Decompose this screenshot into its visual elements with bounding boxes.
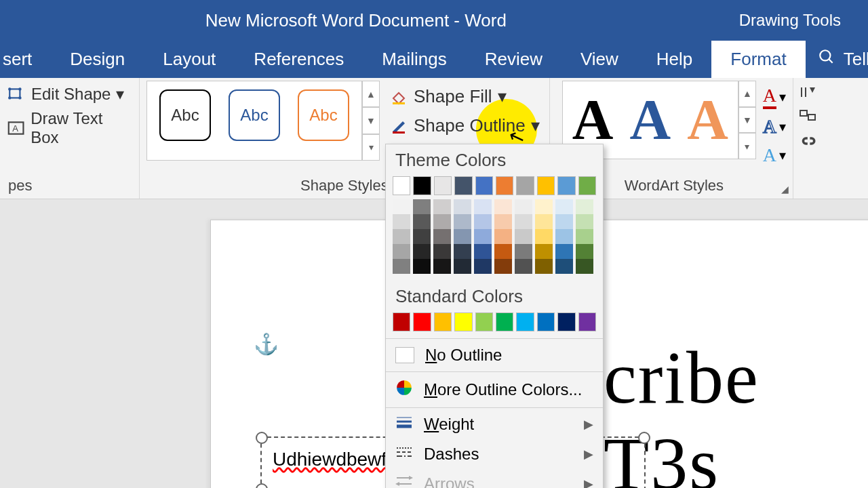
color-swatch[interactable]	[494, 214, 512, 229]
edit-shape-button[interactable]: Edit Shape ▾	[7, 85, 132, 104]
color-swatch[interactable]	[537, 176, 555, 195]
color-swatch[interactable]	[433, 199, 451, 214]
wa-more[interactable]: ▾	[738, 133, 756, 159]
color-swatch[interactable]	[515, 244, 532, 259]
gallery-scroll-down[interactable]: ▼	[362, 107, 380, 134]
color-swatch[interactable]	[494, 229, 512, 244]
color-swatch[interactable]	[474, 199, 492, 214]
color-swatch[interactable]	[393, 312, 410, 331]
color-swatch[interactable]	[578, 176, 596, 195]
color-swatch[interactable]	[496, 176, 513, 195]
weight-item[interactable]: Weight ▶	[386, 409, 603, 439]
color-swatch[interactable]	[555, 214, 573, 229]
color-swatch[interactable]	[537, 312, 555, 331]
color-swatch[interactable]	[454, 199, 471, 214]
color-swatch[interactable]	[393, 259, 410, 274]
color-swatch[interactable]	[454, 176, 472, 195]
wa-scroll-up[interactable]: ▲	[738, 81, 756, 107]
shape-style-gallery[interactable]: Abc Abc Abc	[146, 81, 362, 161]
color-swatch[interactable]	[494, 244, 512, 259]
color-swatch[interactable]	[494, 199, 512, 214]
color-swatch[interactable]	[555, 229, 573, 244]
color-swatch[interactable]	[413, 259, 431, 274]
color-swatch[interactable]	[576, 259, 593, 274]
color-swatch[interactable]	[433, 259, 451, 274]
color-swatch[interactable]	[474, 229, 492, 244]
color-swatch[interactable]	[578, 312, 596, 331]
shape-outline-button[interactable]: Shape Outline ▾ ↖	[387, 114, 542, 138]
tab-help[interactable]: Help	[637, 41, 711, 78]
color-swatch[interactable]	[454, 312, 472, 331]
dashes-item[interactable]: Dashes ▶	[386, 439, 603, 469]
color-swatch[interactable]	[413, 244, 431, 259]
gallery-scroll-up[interactable]: ▲	[362, 81, 380, 107]
color-swatch[interactable]	[496, 312, 513, 331]
no-outline-item[interactable]: No Outline	[386, 340, 603, 370]
color-swatch[interactable]	[474, 259, 492, 274]
shape-fill-button[interactable]: Shape Fill ▾	[387, 85, 542, 108]
color-swatch[interactable]	[576, 214, 593, 229]
tab-review[interactable]: Review	[466, 41, 561, 78]
color-swatch[interactable]	[535, 244, 553, 259]
tab-insert[interactable]: sert	[0, 41, 51, 78]
color-swatch[interactable]	[413, 176, 431, 195]
shape-style-1[interactable]: Abc	[159, 89, 211, 141]
color-swatch[interactable]	[555, 259, 573, 274]
more-outline-colors-item[interactable]: More Outline Colors...	[386, 373, 603, 406]
wordart-style-2[interactable]: A	[629, 92, 671, 148]
color-swatch[interactable]	[393, 244, 410, 259]
text-effects-button[interactable]: A▾	[763, 144, 786, 166]
gallery-more[interactable]: ▾	[362, 134, 380, 161]
color-swatch[interactable]	[474, 214, 492, 229]
color-swatch[interactable]	[454, 244, 471, 259]
color-swatch[interactable]	[494, 259, 512, 274]
tab-design[interactable]: Design	[51, 41, 144, 78]
text-fill-button[interactable]: A▾	[763, 85, 786, 109]
color-swatch[interactable]	[515, 199, 532, 214]
color-swatch[interactable]	[454, 259, 471, 274]
color-swatch[interactable]	[535, 214, 553, 229]
color-swatch[interactable]	[393, 176, 410, 195]
color-swatch[interactable]	[413, 229, 431, 244]
color-swatch[interactable]	[515, 259, 532, 274]
color-swatch[interactable]	[393, 229, 410, 244]
color-swatch[interactable]	[515, 214, 532, 229]
wordart-style-3[interactable]: A	[687, 92, 728, 148]
color-swatch[interactable]	[433, 244, 451, 259]
create-link-button[interactable]	[799, 134, 818, 148]
color-swatch[interactable]	[557, 176, 575, 195]
color-swatch[interactable]	[515, 229, 532, 244]
color-swatch[interactable]	[516, 176, 534, 195]
align-text-button[interactable]	[799, 109, 818, 124]
color-swatch[interactable]	[576, 244, 593, 259]
color-swatch[interactable]	[434, 176, 452, 195]
shape-style-3[interactable]: Abc	[298, 89, 349, 141]
color-swatch[interactable]	[516, 312, 534, 331]
color-swatch[interactable]	[555, 199, 573, 214]
color-swatch[interactable]	[413, 312, 431, 331]
color-swatch[interactable]	[576, 229, 593, 244]
color-swatch[interactable]	[555, 244, 573, 259]
color-swatch[interactable]	[475, 312, 493, 331]
color-swatch[interactable]	[393, 199, 410, 214]
text-outline-button[interactable]: A▾	[763, 116, 786, 138]
tab-layout[interactable]: Layout	[144, 41, 235, 78]
tell-me[interactable]: Tell me what y	[806, 41, 868, 78]
color-swatch[interactable]	[454, 214, 471, 229]
color-swatch[interactable]	[433, 214, 451, 229]
color-swatch[interactable]	[474, 244, 492, 259]
color-swatch[interactable]	[535, 229, 553, 244]
color-swatch[interactable]	[393, 214, 410, 229]
tab-mailings[interactable]: Mailings	[363, 41, 465, 78]
color-swatch[interactable]	[413, 214, 431, 229]
color-swatch[interactable]	[433, 229, 451, 244]
wa-scroll-down[interactable]: ▼	[738, 107, 756, 134]
color-swatch[interactable]	[454, 229, 471, 244]
tab-references[interactable]: References	[235, 41, 363, 78]
color-swatch[interactable]	[434, 312, 452, 331]
dialog-launcher-icon[interactable]: ◢	[781, 184, 789, 195]
color-swatch[interactable]	[535, 259, 553, 274]
color-swatch[interactable]	[535, 199, 553, 214]
color-swatch[interactable]	[413, 199, 431, 214]
draw-text-box-button[interactable]: A Draw Text Box	[7, 109, 132, 147]
